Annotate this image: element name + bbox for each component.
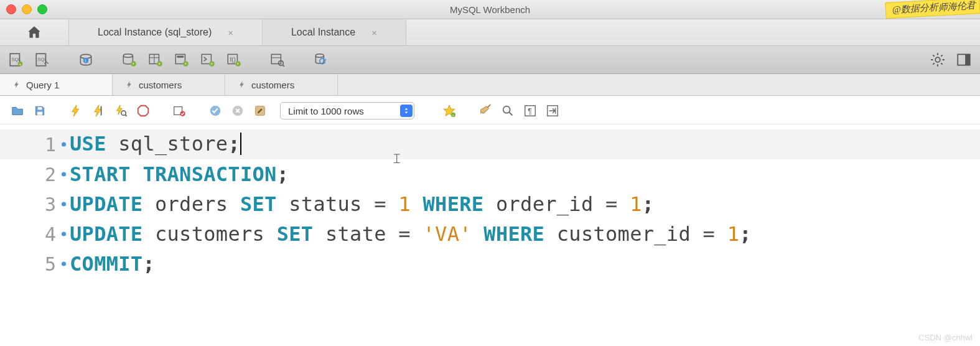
folder-icon (11, 104, 24, 118)
sql-editor[interactable]: 1USE sql_store;2START TRANSACTION;3UPDAT… (0, 124, 980, 304)
save-file-button[interactable] (31, 102, 49, 119)
title-bar: MySQL Workbench @数据分析师海伦君 (0, 0, 980, 19)
close-window-button[interactable] (6, 4, 16, 14)
sql-file-icon: SQL+ (8, 52, 24, 68)
commit-icon (208, 104, 222, 118)
stop-icon (136, 104, 150, 118)
svg-marker-49 (404, 108, 408, 110)
statement-marker-icon (62, 143, 66, 147)
stop-button[interactable] (134, 102, 152, 119)
toggle-wrap-button[interactable] (544, 102, 561, 119)
line-number: 5 (0, 253, 70, 275)
code-content: UPDATE customers SET state = 'VA' WHERE … (70, 222, 752, 246)
query-tab[interactable]: customers (113, 74, 225, 95)
execute-button[interactable] (67, 102, 85, 119)
editor-line[interactable]: 4UPDATE customers SET state = 'VA' WHERE… (0, 219, 980, 249)
connection-tab[interactable]: Local Instance (sql_store)× (69, 19, 263, 45)
code-content: UPDATE orders SET status = 1 WHERE order… (70, 192, 654, 216)
rollback-button[interactable] (229, 102, 246, 119)
open-file-button[interactable] (9, 102, 26, 119)
broom-icon (478, 104, 492, 118)
execute-current-button[interactable] (90, 102, 107, 119)
svg-rect-37 (37, 112, 42, 115)
editor-line[interactable]: 1USE sql_store; (0, 129, 980, 159)
svg-marker-50 (404, 111, 408, 113)
statement-marker-icon (62, 232, 66, 236)
query-tab-label: customers (139, 80, 182, 90)
zoom-window-button[interactable] (37, 4, 47, 14)
svg-text:i: i (85, 58, 85, 63)
svg-text:SQL: SQL (37, 57, 47, 62)
pilcrow-icon: ¶ (523, 104, 537, 118)
rollback-icon (231, 104, 245, 118)
inspector-button[interactable]: i (76, 50, 96, 70)
bolt-magnify-icon (114, 104, 128, 118)
new-table-button[interactable]: + (146, 50, 166, 70)
close-icon[interactable]: × (371, 27, 377, 38)
svg-text:f(): f() (230, 56, 236, 63)
connection-tab[interactable]: Local Instance× (263, 19, 406, 45)
svg-text:+: + (452, 113, 454, 117)
toggle-warnings-button[interactable] (251, 102, 269, 119)
star-plus-icon: + (442, 104, 456, 118)
query-tab-bar: Query 1customerscustomers (0, 74, 980, 96)
add-favorite-button[interactable]: + (441, 102, 458, 119)
statement-marker-icon (62, 262, 66, 266)
svg-rect-38 (38, 107, 42, 110)
main-toolbar: SQL+ SQL i + + + + f()+ (0, 46, 980, 74)
beautify-button[interactable] (477, 102, 494, 119)
query-tab[interactable]: customers (225, 74, 338, 95)
gear-icon (930, 52, 946, 68)
close-icon[interactable]: × (228, 27, 233, 38)
magnify-icon (501, 104, 515, 118)
search-table-button[interactable] (268, 50, 287, 70)
code-content: START TRANSACTION; (70, 162, 289, 186)
svg-point-34 (935, 57, 940, 62)
new-function-button[interactable]: f()+ (224, 50, 244, 70)
save-icon (34, 105, 46, 117)
toggle-whitespace-button[interactable]: ¶ (521, 102, 539, 119)
svg-rect-28 (271, 54, 281, 63)
row-limit-dropdown[interactable]: Limit to 1000 rows (280, 102, 414, 119)
editor-line[interactable]: 5COMMIT; (0, 249, 980, 279)
editor-line[interactable]: 2START TRANSACTION; (0, 159, 980, 189)
open-sql-button[interactable]: SQL (32, 50, 52, 70)
new-procedure-button[interactable]: + (198, 50, 218, 70)
svg-line-41 (125, 115, 126, 116)
bolt-cursor-icon (91, 103, 105, 118)
info-db-icon: i (78, 52, 94, 68)
svg-rect-18 (177, 56, 184, 58)
editor-line[interactable]: 3UPDATE orders SET status = 1 WHERE orde… (0, 189, 980, 219)
explain-button[interactable] (112, 102, 129, 119)
statement-marker-icon (62, 172, 66, 177)
view-plus-icon: + (174, 52, 190, 68)
toggle-autocommit-button[interactable] (170, 102, 188, 119)
reconnect-button[interactable] (311, 50, 331, 70)
commit-button[interactable] (207, 102, 224, 119)
find-button[interactable] (499, 102, 516, 119)
code-content: COMMIT; (70, 252, 155, 276)
editor-toolbar: Limit to 1000 rows + ¶ (0, 96, 980, 124)
svg-text:+: + (236, 62, 239, 66)
home-button[interactable] (0, 19, 69, 45)
db-refresh-icon (313, 52, 329, 68)
new-view-button[interactable]: + (172, 50, 192, 70)
new-sql-tab-button[interactable]: SQL+ (6, 50, 26, 70)
settings-button[interactable] (928, 50, 948, 70)
query-tab-label: Query 1 (26, 80, 59, 90)
func-plus-icon: f()+ (226, 52, 242, 68)
toggle-panel-button[interactable] (954, 50, 974, 70)
svg-point-32 (315, 54, 324, 57)
new-schema-button[interactable]: + (119, 50, 139, 70)
svg-text:¶: ¶ (528, 107, 531, 116)
query-tab[interactable]: Query 1 (0, 74, 113, 95)
svg-point-7 (83, 58, 89, 63)
minimize-window-button[interactable] (22, 4, 32, 14)
table-search-icon (269, 52, 286, 68)
svg-line-56 (509, 113, 512, 116)
home-icon (26, 24, 42, 40)
bolt-icon (69, 103, 83, 118)
svg-point-9 (123, 54, 133, 57)
dropdown-arrows-icon (400, 105, 413, 117)
window-title: MySQL Workbench (0, 4, 980, 15)
